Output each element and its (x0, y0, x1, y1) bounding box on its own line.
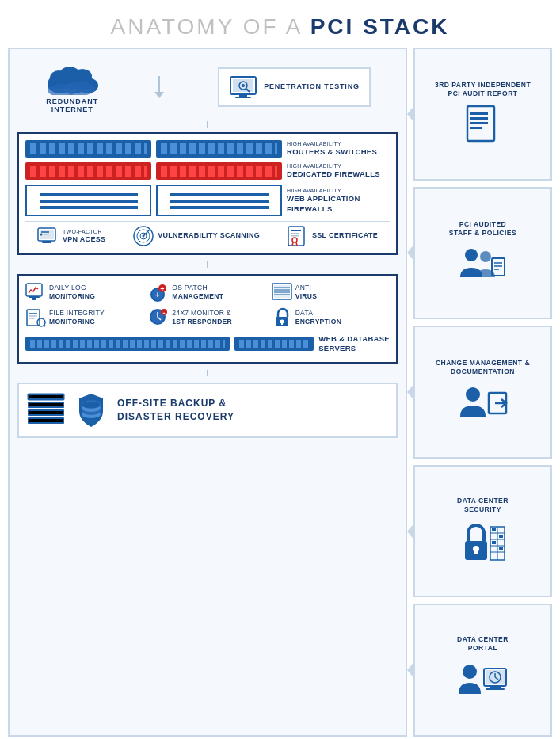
change-mgmt-panel: CHANGE MANAGEMENT & DOCUMENTATION (413, 326, 552, 459)
svg-rect-90 (474, 549, 478, 554)
monitor-grid: DAILY LOG MONITORING + + OS PATCH (25, 282, 390, 328)
fim-label: FILE INTEGRITY MONITORING (49, 309, 105, 326)
internet-label: REDUNDANT INTERNET (46, 97, 98, 113)
monitoring-section: DAILY LOG MONITORING + + OS PATCH (17, 274, 398, 364)
dc-security-panel: DATA CENTER SECURITY (413, 465, 552, 598)
svg-line-33 (296, 242, 297, 246)
shield-backup-icon (73, 392, 109, 429)
patch-label: OS PATCH MANAGEMENT (172, 284, 223, 301)
dc-portal-panel: DATA CENTER PORTAL (413, 604, 552, 737)
svg-point-5 (73, 69, 92, 83)
svg-rect-28 (291, 230, 301, 231)
responder-label: 24x7 MONITOR & 1st RESPONDER (172, 309, 232, 326)
encrypt-label: DATA ENCRYPTION (295, 309, 341, 326)
svg-rect-30 (291, 235, 299, 237)
firewalls-row: HIGH AVAILABILITY DEDICATED FIREWALLS (25, 162, 390, 180)
waf-row: HIGH AVAILABILITY WEB APPLICATION FIREWA… (25, 185, 390, 216)
svg-point-79 (465, 249, 478, 261)
change-icon (455, 382, 511, 425)
monitor-responder: + 24x7 MONITOR & 1st RESPONDER (148, 307, 266, 328)
svg-text:+: + (161, 285, 165, 293)
svg-rect-21 (42, 241, 51, 243)
page-title: ANATOMY OF A PCI STACK (0, 0, 560, 48)
vpn-label: TWO-FACTOR VPN ACESS (63, 228, 105, 245)
fim-icon (25, 307, 46, 328)
certificate-icon (287, 225, 309, 247)
svg-rect-76 (470, 117, 488, 120)
router-bar-2 (156, 140, 282, 158)
pentest-box: PENETRATION TESTING (218, 67, 371, 107)
svg-rect-63 (29, 395, 63, 398)
firewall-bar-2 (156, 162, 282, 180)
svg-rect-78 (470, 127, 482, 129)
main-diagram: REDUNDANT INTERNET PENETRATIO (8, 48, 407, 737)
staff-policies-label: PCI AUDITED STAFF & POLICIES (449, 220, 516, 238)
waf-box-2 (156, 185, 282, 216)
router-bar-1 (25, 140, 151, 158)
pentest-label: PENETRATION TESTING (264, 82, 360, 92)
data-encryption: DATA ENCRYPTION (272, 307, 390, 328)
backup-icons (27, 392, 109, 429)
svg-rect-65 (29, 403, 63, 406)
firewalls-label: HIGH AVAILABILITY DEDICATED FIREWALLS (287, 162, 390, 179)
svg-rect-15 (235, 97, 251, 98)
svg-rect-98 (499, 535, 503, 538)
svg-rect-60 (281, 322, 283, 325)
svg-line-53 (44, 325, 45, 326)
backup-section: OFF-SITE BACKUP & DISASTER RECOVERY (17, 383, 398, 438)
log-monitoring: DAILY LOG MONITORING (25, 282, 143, 303)
lock-icon (272, 307, 292, 328)
log-label: DAILY LOG MONITORING (49, 284, 95, 301)
vuln-label: VULNERABILITY SCANNING (158, 231, 260, 241)
antivirus-icon (272, 282, 292, 303)
patch-management: + + OS PATCH MANAGEMENT (148, 282, 266, 303)
staff-icon (457, 242, 509, 286)
network-section: HIGH AVAILABILITY ROUTERS & SWITCHES HIG… (17, 132, 398, 255)
svg-rect-36 (32, 298, 36, 300)
vpn-tool: TWO-FACTOR VPN ACESS (37, 225, 105, 247)
svg-rect-97 (492, 528, 496, 531)
svg-rect-75 (470, 112, 488, 115)
firewall-bar-1 (25, 162, 151, 180)
staff-policies-panel: PCI AUDITED STAFF & POLICIES (413, 187, 552, 320)
ssl-tool: SSL CERTIFICATE (287, 225, 378, 247)
svg-rect-107 (490, 686, 501, 688)
cloud-internet: REDUNDANT INTERNET (44, 60, 100, 113)
file-integrity: FILE INTEGRITY MONITORING (25, 307, 143, 328)
svg-rect-43 (274, 285, 290, 298)
waf-label: HIGH AVAILABILITY WEB APPLICATION FIREWA… (287, 187, 390, 214)
routers-row: HIGH AVAILABILITY ROUTERS & SWITCHES (25, 140, 390, 158)
svg-rect-100 (499, 547, 503, 550)
svg-point-73 (82, 401, 101, 409)
dc-portal-label: DATA CENTER PORTAL (457, 635, 509, 653)
dc-security-label: DATA CENTER SECURITY (457, 497, 509, 514)
vuln-tool: VULNERABILITY SCANNING (132, 225, 260, 247)
internet-section: REDUNDANT INTERNET PENETRATIO (17, 57, 398, 116)
svg-point-31 (292, 238, 297, 242)
webdb-label: WEB & DATABASE SERVERS (318, 334, 390, 354)
audit-report-label: 3RD PARTY INDEPENDENT PCI AUDIT REPORT (435, 81, 531, 98)
svg-point-19 (40, 234, 42, 236)
dc-portal-icon (455, 657, 511, 705)
svg-rect-8 (48, 82, 97, 89)
svg-rect-108 (486, 688, 505, 690)
svg-rect-67 (29, 411, 63, 414)
webdb-bar-1 (25, 337, 230, 351)
svg-rect-99 (492, 541, 496, 544)
patch-icon: + + (148, 282, 169, 303)
audit-report-panel: 3RD PARTY INDEPENDENT PCI AUDIT REPORT (413, 48, 552, 181)
svg-rect-29 (291, 233, 299, 234)
server-stack-icon (27, 392, 68, 429)
svg-point-80 (480, 251, 491, 262)
svg-rect-77 (470, 122, 488, 124)
routers-label: HIGH AVAILABILITY ROUTERS & SWITCHES (287, 140, 390, 157)
vpn-icon (37, 225, 59, 247)
antivirus: ANTI- VIRUS (272, 282, 390, 303)
log-icon (25, 282, 46, 303)
svg-rect-35 (29, 296, 40, 298)
responder-icon: + (148, 307, 169, 328)
svg-text:+: + (163, 310, 166, 315)
radar-icon (132, 225, 154, 247)
tools-row: TWO-FACTOR VPN ACESS VULNERABILITY SCAN (25, 221, 390, 247)
svg-text:+: + (155, 291, 160, 299)
